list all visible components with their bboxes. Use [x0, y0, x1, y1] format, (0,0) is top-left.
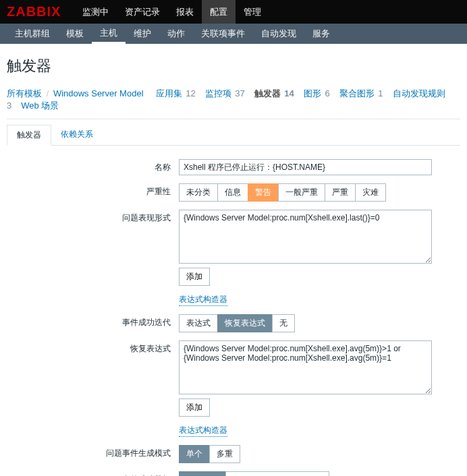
breadcrumb-item[interactable]: Web 场景 [21, 100, 59, 111]
subnav-item[interactable]: 服务 [304, 24, 338, 44]
problem-mode-option[interactable]: 单个 [179, 445, 210, 463]
breadcrumb-item[interactable]: 图形 6 [304, 88, 330, 98]
subnav-item[interactable]: 主机群组 [7, 24, 58, 44]
severity-option[interactable]: 信息 [217, 183, 248, 202]
event-generation-label: 事件成功迭代 [7, 314, 179, 328]
topnav-item[interactable]: 管理 [236, 0, 269, 24]
event-generation-option[interactable]: 无 [272, 314, 295, 332]
event-close-option[interactable]: 所有问题 [179, 471, 226, 476]
breadcrumb: 所有模板 / Windows Server Model 应用集 12监控项 37… [7, 84, 460, 119]
expression-constructor-link[interactable]: 表达式构造器 [179, 294, 227, 306]
breadcrumb-parent[interactable]: 所有模板 [7, 88, 42, 98]
expression-textarea[interactable] [179, 210, 432, 264]
event-close-option[interactable]: 所有问题如果标签值匹配 [225, 471, 329, 476]
recovery-constructor-link[interactable]: 表达式构造器 [179, 425, 227, 437]
breadcrumb-item[interactable]: 应用集 12 [156, 88, 196, 98]
tab[interactable]: 依赖关系 [51, 125, 103, 145]
name-input[interactable] [179, 159, 432, 175]
event-generation-option[interactable]: 表达式 [179, 314, 218, 332]
subnav-item[interactable]: 模板 [58, 24, 92, 44]
expression-label: 问题表现形式 [7, 210, 179, 224]
name-label: 名称 [7, 159, 179, 173]
breadcrumb-template[interactable]: Windows Server Model [53, 88, 144, 98]
severity-label: 严重性 [7, 183, 179, 198]
severity-option[interactable]: 灾难 [355, 183, 386, 202]
top-nav: 监测中资产记录报表配置管理 [74, 0, 269, 24]
sub-nav: 主机群组模板主机维护动作关联项事件自动发现服务 [7, 24, 338, 44]
page-title: 触发器 [7, 56, 460, 76]
topnav-item[interactable]: 监测中 [74, 0, 117, 24]
tab[interactable]: 触发器 [7, 125, 51, 146]
severity-option[interactable]: 未分类 [179, 183, 218, 202]
topnav-item[interactable]: 报表 [168, 0, 202, 24]
subnav-item[interactable]: 维护 [126, 24, 159, 44]
severity-option[interactable]: 警告 [248, 183, 279, 202]
breadcrumb-separator: / [47, 88, 49, 98]
severity-option[interactable]: 一般严重 [278, 183, 325, 202]
breadcrumb-item[interactable]: 监控项 37 [205, 88, 245, 98]
event-generation-option[interactable]: 恢复表达式 [217, 314, 273, 332]
severity-option[interactable]: 严重 [325, 183, 356, 202]
problem-mode-label: 问题事件生成模式 [7, 445, 179, 459]
subnav-item[interactable]: 自动发现 [253, 24, 304, 44]
subnav-item[interactable]: 关联项事件 [193, 24, 253, 44]
topnav-item[interactable]: 配置 [202, 0, 236, 24]
subnav-item[interactable]: 动作 [159, 24, 193, 44]
recovery-expression-add-button[interactable]: 添加 [179, 398, 210, 417]
logo: ZABBIX [7, 4, 61, 20]
breadcrumb-item[interactable]: 触发器 14 [254, 88, 294, 98]
problem-mode-option[interactable]: 多重 [209, 445, 240, 463]
recovery-expression-textarea[interactable] [179, 340, 432, 394]
event-close-label: 事件成功关闭 [7, 471, 179, 476]
topnav-item[interactable]: 资产记录 [117, 0, 168, 24]
recovery-expression-label: 恢复表达式 [7, 340, 179, 355]
breadcrumb-item[interactable]: 聚合图形 1 [339, 88, 383, 98]
tabs: 触发器依赖关系 [7, 125, 460, 146]
expression-add-button[interactable]: 添加 [179, 268, 210, 286]
subnav-item[interactable]: 主机 [92, 24, 126, 44]
